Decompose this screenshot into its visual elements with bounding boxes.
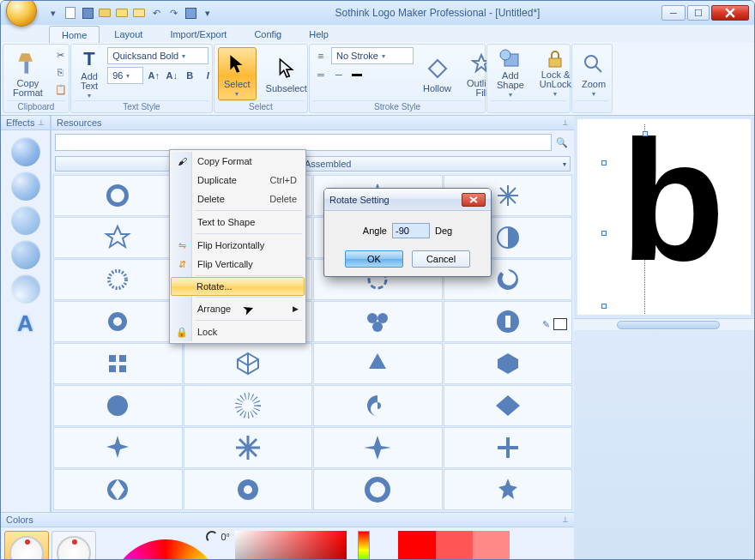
redo-icon[interactable]: ↷ — [166, 5, 181, 21]
shape-item[interactable] — [53, 469, 183, 510]
save-icon[interactable] — [80, 5, 95, 21]
canvas-object-letter[interactable]: b — [620, 119, 725, 286]
shape-item[interactable] — [313, 427, 443, 468]
qat-more-icon[interactable]: ▾ — [200, 5, 215, 21]
shape-item[interactable] — [184, 385, 313, 426]
shape-item[interactable] — [444, 343, 573, 384]
shape-item[interactable] — [53, 427, 183, 468]
ok-button[interactable]: OK — [345, 250, 403, 268]
current-color-swatch[interactable] — [553, 318, 567, 330]
cut-icon[interactable]: ✂ — [52, 47, 69, 63]
eyedropper-icon[interactable]: ✎ — [542, 319, 550, 330]
shape-item[interactable] — [53, 259, 183, 300]
tab-config[interactable]: Config — [241, 25, 294, 42]
shape-item[interactable] — [313, 469, 443, 510]
effect-preset-text[interactable]: A — [11, 309, 40, 338]
stroke-combo[interactable]: No Stroke▾ — [331, 47, 414, 64]
copy-icon[interactable]: ⎘ — [52, 64, 69, 80]
ctx-rotate[interactable]: Rotate... — [171, 277, 305, 296]
add-text-button[interactable]: T Add Text ▾ — [75, 47, 104, 100]
sv-picker[interactable] — [235, 531, 347, 560]
grow-font-icon[interactable]: A↑ — [146, 68, 161, 83]
selection-handle[interactable] — [601, 231, 607, 236]
undo-icon[interactable]: ↶ — [148, 5, 164, 21]
shape-item[interactable] — [53, 217, 183, 258]
pin-icon[interactable]: ⊥ — [38, 118, 45, 127]
copy-format-button[interactable]: Copy Format — [7, 47, 49, 100]
open-icon[interactable] — [97, 5, 112, 21]
ctx-arrange[interactable]: Arrange▶ — [172, 299, 304, 318]
ctx-lock[interactable]: 🔒Lock — [172, 322, 304, 341]
font-size-combo[interactable]: 96▾ — [107, 67, 143, 84]
shape-item[interactable] — [313, 301, 443, 342]
h-scrollbar[interactable] — [574, 318, 754, 330]
zoom-button[interactable]: Zoom▾ — [576, 47, 612, 100]
shape-item[interactable] — [444, 469, 573, 510]
ctx-copy-format[interactable]: 🖌Copy Format — [172, 152, 304, 171]
open2-icon[interactable] — [114, 5, 130, 21]
shape-item[interactable] — [184, 343, 313, 384]
qat-dropdown-icon[interactable]: ▾ — [45, 5, 61, 21]
hue-slider[interactable] — [358, 531, 370, 560]
close-button[interactable] — [711, 5, 749, 21]
export-icon[interactable] — [183, 5, 198, 21]
shape-item[interactable] — [53, 343, 183, 384]
angle-input[interactable] — [392, 223, 430, 238]
shape-item[interactable] — [184, 427, 313, 468]
shape-item[interactable] — [53, 385, 183, 426]
search-icon[interactable]: 🔍 — [553, 134, 571, 151]
effect-preset-2[interactable] — [11, 172, 40, 201]
bold-button[interactable]: B — [182, 68, 197, 83]
shape-item[interactable] — [53, 175, 183, 216]
tab-layout[interactable]: Layout — [101, 25, 155, 42]
shape-category-combo[interactable]: Shape-Assembled▾ — [55, 156, 571, 172]
inc-stroke-icon[interactable]: ═ — [313, 67, 329, 82]
color-scheme-2[interactable] — [51, 531, 96, 560]
shape-item[interactable] — [313, 385, 443, 426]
minimize-button[interactable]: ─ — [661, 5, 686, 21]
app-menu-button[interactable] — [6, 0, 37, 27]
color-wheel[interactable]: 0° — [101, 531, 230, 560]
stroke-color-icon[interactable] — [349, 67, 365, 82]
folder-icon[interactable] — [131, 5, 147, 21]
canvas[interactable]: b — [577, 119, 751, 315]
effect-preset-3[interactable] — [11, 206, 40, 235]
dec-stroke-icon[interactable]: ─ — [331, 67, 347, 82]
shrink-font-icon[interactable]: A↓ — [164, 68, 179, 83]
subselect-button[interactable]: Subselect — [260, 47, 313, 100]
pin-icon[interactable]: ⊥ — [562, 118, 569, 127]
shape-item[interactable] — [184, 469, 313, 510]
font-combo[interactable]: Quicksand Bold▾ — [107, 47, 208, 64]
selection-handle[interactable] — [601, 160, 607, 166]
stroke-style-icon[interactable]: ≡ — [313, 48, 329, 63]
pin-icon[interactable]: ⊥ — [562, 515, 569, 524]
tab-help[interactable]: Help — [296, 25, 341, 42]
ctx-flip-h[interactable]: ⇋Flip Horizontally — [172, 236, 304, 255]
ctx-duplicate[interactable]: DuplicateCtrl+D — [172, 171, 304, 190]
shape-item[interactable] — [444, 385, 573, 426]
selection-handle[interactable] — [601, 304, 607, 309]
shape-item[interactable] — [313, 343, 443, 384]
paste-icon[interactable]: 📋 — [52, 81, 69, 97]
dialog-close-button[interactable] — [462, 193, 486, 207]
shape-item[interactable] — [53, 301, 183, 342]
effect-preset-1[interactable] — [11, 137, 40, 166]
shape-item[interactable] — [444, 427, 573, 468]
new-icon[interactable] — [63, 5, 78, 21]
maximize-button[interactable]: ☐ — [687, 5, 710, 21]
hollow-button[interactable]: Hollow — [417, 47, 457, 100]
svg-point-16 — [113, 317, 122, 326]
effect-preset-5[interactable] — [11, 274, 40, 304]
effect-preset-4[interactable] — [11, 240, 40, 269]
tab-home[interactable]: Home — [49, 26, 100, 43]
select-button[interactable]: Select ▾ — [218, 47, 257, 100]
ctx-delete[interactable]: DeleteDelete — [172, 190, 304, 208]
tab-import-export[interactable]: Import/Export — [157, 25, 239, 42]
ctx-flip-v[interactable]: ⇵Flip Vertically — [172, 255, 304, 274]
cancel-button[interactable]: Cancel — [412, 250, 470, 268]
ctx-text-to-shape[interactable]: Text to Shape — [172, 213, 304, 232]
add-shape-button[interactable]: Add Shape▾ — [491, 47, 530, 100]
selection-handle[interactable] — [643, 131, 648, 136]
color-scheme-1[interactable] — [4, 531, 49, 560]
resource-search-input[interactable] — [55, 134, 552, 151]
